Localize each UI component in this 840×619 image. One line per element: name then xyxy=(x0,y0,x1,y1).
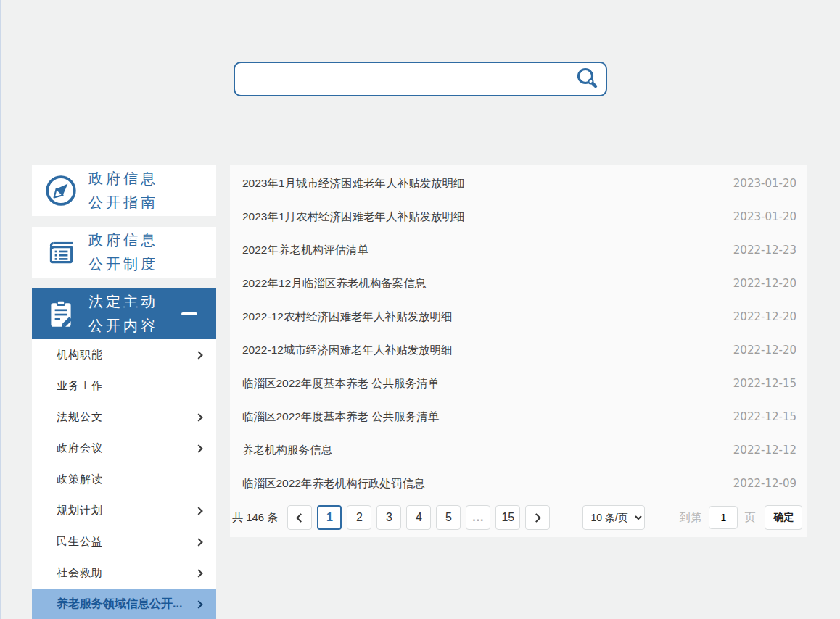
page-button[interactable]: 4 xyxy=(406,505,431,530)
article-date: 2022-12-15 xyxy=(733,377,796,390)
menu-item-label: 规划计划 xyxy=(57,504,103,518)
menu-item-label: 业务工作 xyxy=(57,379,103,393)
article-link[interactable]: 临淄区2022年度基本养老 公共服务清单 xyxy=(242,376,719,391)
page-button[interactable]: 3 xyxy=(376,505,401,530)
goto-page-unit: 页 xyxy=(744,511,756,525)
content-panel: 2023年1月城市经济困难老年人补贴发放明细 2023-01-20 2023年1… xyxy=(230,165,807,537)
page-number: 15 xyxy=(501,511,514,524)
list-item: 2022年养老机构评估清单 2022-12-23 xyxy=(230,233,807,267)
page-number: ... xyxy=(472,511,484,524)
article-link[interactable]: 临淄区2022年养老机构行政处罚信息 xyxy=(242,476,719,491)
page-number: 3 xyxy=(386,511,392,524)
chevron-right-icon xyxy=(194,569,202,577)
list-item: 2023年1月农村经济困难老年人补贴发放明细 2023-01-20 xyxy=(230,200,807,233)
pagination-bar: 共 146 条 1 2 3 4 5 ... 15 10 条/页 xyxy=(230,505,807,530)
prev-page-button[interactable] xyxy=(287,505,312,530)
article-date: 2023-01-20 xyxy=(733,177,796,190)
article-list: 2023年1月城市经济困难老年人补贴发放明细 2023-01-20 2023年1… xyxy=(230,165,807,500)
article-link[interactable]: 2022年12月临淄区养老机构备案信息 xyxy=(242,276,719,291)
chevron-right-icon xyxy=(194,538,202,546)
confirm-button[interactable]: 确定 xyxy=(765,505,802,530)
sidebar-card-gov-info-system[interactable]: 政府信息 公开制度 xyxy=(32,227,216,278)
clipboard-pen-icon xyxy=(44,297,78,331)
list-item: 养老机构服务信息 2022-12-12 xyxy=(230,433,807,467)
sidebar-menu-item[interactable]: 社会救助 xyxy=(32,557,216,589)
chevron-right-icon xyxy=(194,600,202,608)
menu-item-label: 民生公益 xyxy=(57,535,103,549)
page-number: 2 xyxy=(356,511,363,524)
sidebar-menu-item[interactable]: 政策解读 xyxy=(32,464,216,495)
page-number: 5 xyxy=(445,511,452,524)
page-number: 4 xyxy=(416,511,422,524)
article-link[interactable]: 2022年养老机构评估清单 xyxy=(242,243,719,258)
article-link[interactable]: 2023年1月城市经济困难老年人补贴发放明细 xyxy=(242,176,719,191)
article-date: 2023-01-20 xyxy=(733,210,796,223)
sidebar-menu-item[interactable]: 规划计划 xyxy=(32,495,216,526)
list-item: 临淄区2022年养老机构行政处罚信息 2022-12-09 xyxy=(230,467,807,500)
sidebar-menu-item[interactable]: 业务工作 xyxy=(32,370,216,402)
menu-item-label: 政府会议 xyxy=(57,441,103,455)
sidebar-card-legal-disclosure[interactable]: 法定主动 公开内容 xyxy=(32,288,216,339)
goto-page-input[interactable] xyxy=(709,506,738,529)
sidebar-card-gov-info-guide[interactable]: 政府信息 公开指南 xyxy=(32,165,216,216)
list-item: 2023年1月城市经济困难老年人补贴发放明细 2023-01-20 xyxy=(230,167,807,200)
chevron-right-icon xyxy=(194,507,202,515)
search-button[interactable] xyxy=(572,67,606,92)
collapse-minus-icon[interactable] xyxy=(181,312,197,315)
page-number: 1 xyxy=(326,511,333,524)
article-date: 2022-12-12 xyxy=(733,444,796,457)
chevron-left-icon xyxy=(297,513,306,523)
article-date: 2022-12-20 xyxy=(733,310,796,323)
sidebar-menu-item[interactable]: 养老服务领域信息公开... xyxy=(32,589,216,619)
sidebar-card-label: 政府信息 公开指南 xyxy=(88,167,158,215)
sidebar-menu-item[interactable]: 政府会议 xyxy=(32,433,216,464)
article-link[interactable]: 2022-12城市经济困难老年人补贴发放明细 xyxy=(242,343,719,358)
article-link[interactable]: 2023年1月农村经济困难老年人补贴发放明细 xyxy=(242,209,719,225)
compass-icon xyxy=(44,174,78,207)
chevron-right-icon xyxy=(194,444,202,452)
sidebar-card-label: 法定主动 公开内容 xyxy=(88,290,158,338)
list-item: 临淄区2022年度基本养老 公共服务清单 2022-12-15 xyxy=(230,367,807,400)
chevron-right-icon xyxy=(194,351,202,359)
sidebar-menu: 机构职能 业务工作 法规公文 政府会议 政策解读 规划计划 民生公益 xyxy=(32,339,216,619)
sidebar-menu-item[interactable]: 民生公益 xyxy=(32,526,216,557)
search-bar xyxy=(234,62,607,96)
chevron-right-icon xyxy=(532,513,542,523)
article-date: 2022-12-23 xyxy=(733,244,796,257)
sidebar: 政府信息 公开指南 政府信息 公开制度 xyxy=(32,165,216,619)
sidebar-menu-item[interactable]: 机构职能 xyxy=(32,339,216,370)
article-link[interactable]: 养老机构服务信息 xyxy=(242,443,719,458)
list-item: 2022-12城市经济困难老年人补贴发放明细 2022-12-20 xyxy=(230,333,807,367)
list-item: 2022-12农村经济困难老年人补贴发放明细 2022-12-20 xyxy=(230,300,807,333)
sidebar-card-label: 政府信息 公开制度 xyxy=(88,228,158,276)
menu-item-label: 机构职能 xyxy=(57,348,103,362)
page-button[interactable]: 2 xyxy=(347,505,371,530)
next-page-button[interactable] xyxy=(525,505,550,530)
book-icon xyxy=(44,236,78,269)
menu-item-label: 政策解读 xyxy=(57,473,103,486)
page-button[interactable]: 1 xyxy=(317,505,342,530)
page-button[interactable]: 5 xyxy=(436,505,461,530)
page-button[interactable]: 15 xyxy=(495,505,520,530)
menu-item-label: 法规公文 xyxy=(57,410,103,424)
article-date: 2022-12-20 xyxy=(733,344,796,357)
search-icon xyxy=(575,67,598,92)
total-count: 共 146 条 xyxy=(232,511,278,525)
article-link[interactable]: 临淄区2022年度基本养老 公共服务清单 xyxy=(242,410,719,425)
sidebar-menu-item[interactable]: 法规公文 xyxy=(32,402,216,433)
page-size-select[interactable]: 10 条/页 xyxy=(582,505,645,530)
page-button[interactable]: ... xyxy=(466,505,490,530)
search-input[interactable] xyxy=(235,63,572,95)
page-edge-strip xyxy=(0,0,1,619)
article-link[interactable]: 2022-12农村经济困难老年人补贴发放明细 xyxy=(242,310,719,325)
article-date: 2022-12-15 xyxy=(733,410,796,423)
list-item: 2022年12月临淄区养老机构备案信息 2022-12-20 xyxy=(230,267,807,300)
goto-page-label: 到第 xyxy=(679,511,702,525)
menu-item-label: 社会救助 xyxy=(57,566,103,580)
article-date: 2022-12-09 xyxy=(733,477,796,490)
chevron-right-icon xyxy=(194,413,202,421)
menu-item-label: 养老服务领域信息公开... xyxy=(57,597,182,612)
list-item: 临淄区2022年度基本养老 公共服务清单 2022-12-15 xyxy=(230,400,807,433)
article-date: 2022-12-20 xyxy=(733,277,796,290)
